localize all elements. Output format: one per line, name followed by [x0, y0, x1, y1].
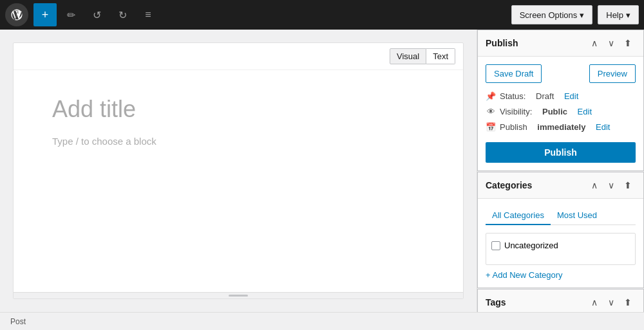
uncategorized-label: Uncategorized — [504, 241, 558, 250]
add-block-button[interactable]: + — [33, 3, 57, 26]
visual-tab[interactable]: Visual — [390, 48, 426, 64]
publish-time-label: Publish — [500, 122, 527, 132]
screen-options-chevron-icon: ▾ — [580, 10, 584, 20]
status-edit-link[interactable]: Edit — [564, 91, 578, 101]
tags-collapse-down-button[interactable]: ∨ — [603, 295, 619, 310]
text-tab[interactable]: Text — [426, 48, 455, 64]
block-placeholder[interactable]: Type / to choose a block — [52, 136, 424, 147]
cat-arrow-up-icon: ⬆ — [624, 180, 632, 190]
publish-meta: 📌 Status: Draft Edit 👁 Visibility: Publi… — [486, 91, 636, 132]
status-row: 📌 Status: Draft Edit — [486, 91, 636, 101]
topbar: + ✏ ↺ ↻ ≡ Screen Options ▾ Help ▾ — [0, 0, 644, 30]
cat-chevron-down-icon: ∨ — [608, 180, 614, 190]
tags-close-button[interactable]: ⬆ — [620, 295, 636, 310]
tags-panel-title: Tags — [486, 297, 587, 307]
categories-close-button[interactable]: ⬆ — [620, 178, 636, 193]
save-draft-button[interactable]: Save Draft — [486, 64, 542, 83]
tags-chevron-up-icon: ∧ — [591, 297, 598, 307]
chevron-down-icon: ∨ — [608, 38, 614, 48]
tags-collapse-up-button[interactable]: ∧ — [587, 295, 602, 310]
publish-time-edit-link[interactable]: Edit — [596, 122, 610, 132]
publish-panel-controls: ∧ ∨ ⬆ — [587, 35, 636, 51]
arrow-up-icon: ⬆ — [624, 38, 632, 48]
tools-button[interactable]: ✏ — [59, 3, 82, 26]
all-categories-tab[interactable]: All Categories — [486, 206, 551, 225]
most-used-tab[interactable]: Most Used — [551, 206, 603, 225]
pushpin-icon: 📌 — [486, 91, 496, 101]
editor-toolbar: Visual Text — [14, 43, 463, 70]
help-chevron-icon: ▾ — [626, 10, 630, 20]
publish-collapse-down-button[interactable]: ∨ — [603, 35, 619, 51]
visibility-label: Visibility: — [500, 107, 532, 116]
publish-panel-body: Save Draft Preview 📌 Status: Draft Edit … — [478, 57, 643, 170]
category-item-uncategorized: Uncategorized — [491, 239, 630, 252]
undo-button[interactable]: ↺ — [85, 3, 108, 26]
categories-panel-title: Categories — [486, 180, 587, 190]
help-label: Help — [606, 10, 623, 20]
resize-handle[interactable] — [14, 292, 463, 298]
preview-button[interactable]: Preview — [589, 64, 636, 83]
publish-panel-title: Publish — [486, 38, 587, 48]
status-value: Draft — [536, 91, 554, 101]
redo-button[interactable]: ↻ — [111, 3, 134, 26]
uncategorized-checkbox[interactable] — [491, 241, 500, 250]
add-new-category-link[interactable]: + Add New Category — [486, 270, 563, 280]
publish-collapse-up-button[interactable]: ∧ — [587, 35, 602, 51]
tags-panel-controls: ∧ ∨ ⬆ — [587, 295, 636, 310]
tags-chevron-down-icon: ∨ — [608, 297, 614, 307]
categories-panel-body: All Categories Most Used Uncategorized +… — [478, 199, 643, 288]
category-list: Uncategorized — [486, 233, 636, 265]
visibility-edit-link[interactable]: Edit — [578, 107, 592, 116]
publish-button[interactable]: Publish — [486, 142, 636, 163]
pencil-icon: ✏ — [67, 9, 75, 21]
cat-chevron-up-icon: ∧ — [591, 180, 598, 190]
visibility-row: 👁 Visibility: Public Edit — [486, 106, 636, 116]
publish-close-button[interactable]: ⬆ — [620, 35, 636, 51]
menu-button[interactable]: ≡ — [137, 3, 160, 26]
redo-icon: ↻ — [118, 9, 127, 21]
publish-panel-header: Publish ∧ ∨ ⬆ — [478, 30, 643, 57]
tags-panel: Tags ∧ ∨ ⬆ Add — [477, 289, 644, 312]
status-bar: Post — [0, 312, 644, 330]
categories-collapse-down-button[interactable]: ∨ — [603, 178, 619, 193]
tags-arrow-up-icon: ⬆ — [624, 297, 632, 307]
editor-content[interactable]: Add title Type / to choose a block — [14, 70, 463, 292]
chevron-up-icon: ∧ — [591, 38, 598, 48]
publish-panel: Publish ∧ ∨ ⬆ Save Draft Preview — [477, 30, 644, 171]
categories-panel-header: Categories ∧ ∨ ⬆ — [478, 172, 643, 199]
categories-tabs: All Categories Most Used — [486, 206, 636, 225]
editor-area: Visual Text Add title Type / to choose a… — [0, 30, 477, 312]
visual-text-tabs: Visual Text — [390, 48, 455, 64]
editor-canvas: Visual Text Add title Type / to choose a… — [13, 42, 464, 299]
status-label: Status: — [500, 91, 526, 101]
title-input[interactable]: Add title — [52, 96, 424, 123]
categories-panel-controls: ∧ ∨ ⬆ — [587, 178, 636, 193]
publish-time-value: immediately — [537, 122, 585, 132]
visibility-value: Public — [542, 107, 567, 116]
calendar-icon: 📅 — [486, 122, 496, 132]
main-area: Visual Text Add title Type / to choose a… — [0, 30, 644, 312]
tags-panel-header: Tags ∧ ∨ ⬆ — [478, 289, 643, 312]
publish-actions: Save Draft Preview — [486, 64, 636, 83]
screen-options-label: Screen Options — [520, 10, 578, 20]
categories-panel: Categories ∧ ∨ ⬆ All Categories Most — [477, 172, 644, 288]
publish-time-row: 📅 Publish immediately Edit — [486, 122, 636, 132]
sidebar: Publish ∧ ∨ ⬆ Save Draft Preview — [477, 30, 644, 312]
eye-icon: 👁 — [486, 106, 496, 116]
screen-options-button[interactable]: Screen Options ▾ — [511, 5, 593, 24]
wp-logo[interactable] — [5, 3, 28, 26]
post-status-label: Post — [10, 317, 26, 326]
categories-collapse-up-button[interactable]: ∧ — [587, 178, 602, 193]
menu-icon: ≡ — [145, 9, 151, 21]
undo-icon: ↺ — [93, 9, 101, 21]
help-button[interactable]: Help ▾ — [598, 5, 639, 24]
